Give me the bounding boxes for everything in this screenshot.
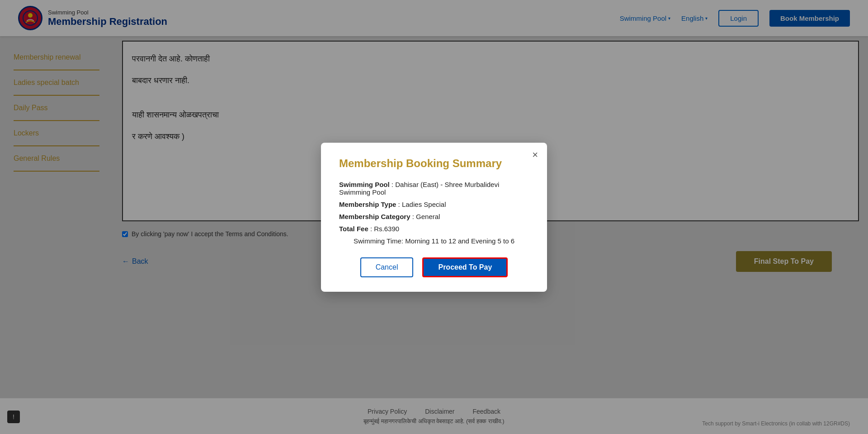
- modal-swimming-pool-separator: :: [392, 181, 395, 188]
- modal-membership-category-value: General: [416, 213, 440, 220]
- proceed-to-pay-button[interactable]: Proceed To Pay: [422, 257, 508, 277]
- modal-overlay[interactable]: × Membership Booking Summary Swimming Po…: [0, 0, 868, 434]
- modal-total-fee-label: Total Fee: [339, 225, 368, 233]
- modal-membership-category-field: Membership Category : General: [339, 213, 529, 220]
- modal-swimming-pool-field: Swimming Pool : Dahisar (East) - Shree M…: [339, 181, 529, 196]
- modal-membership-type-field: Membership Type : Ladies Special: [339, 201, 529, 208]
- modal-membership-type-value: Ladies Special: [402, 201, 446, 208]
- modal-total-fee-field: Total Fee : Rs.6390: [339, 225, 529, 233]
- modal-membership-type-separator: :: [398, 201, 402, 208]
- modal-membership-type-label: Membership Type: [339, 201, 396, 208]
- modal-close-button[interactable]: ×: [532, 150, 538, 160]
- modal-membership-category-separator: :: [412, 213, 416, 220]
- modal-actions: Cancel Proceed To Pay: [339, 257, 529, 277]
- modal-total-fee-value: Rs.6390: [374, 225, 399, 233]
- modal: × Membership Booking Summary Swimming Po…: [321, 143, 547, 292]
- modal-membership-category-label: Membership Category: [339, 213, 410, 220]
- modal-swimming-pool-label: Swimming Pool: [339, 181, 390, 188]
- modal-swimming-time: Swimming Time: Morning 11 to 12 and Even…: [339, 237, 529, 245]
- cancel-button[interactable]: Cancel: [360, 257, 414, 277]
- modal-title: Membership Booking Summary: [339, 157, 529, 170]
- modal-total-fee-separator: :: [370, 225, 374, 233]
